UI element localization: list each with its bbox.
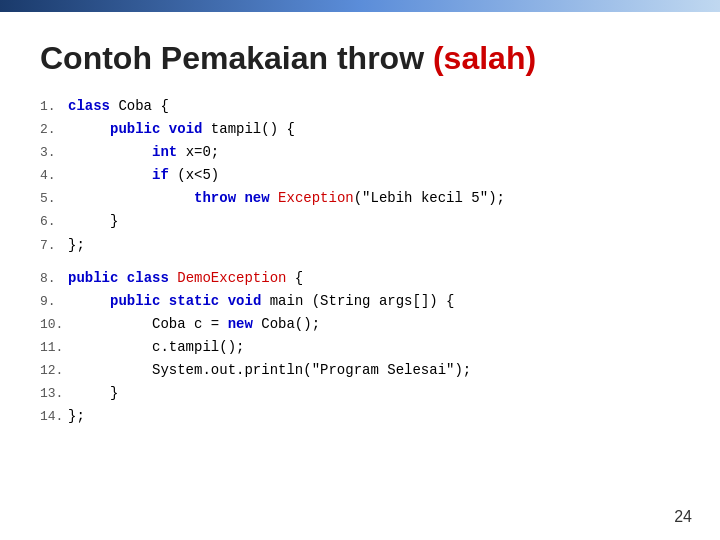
code-text-13: }: [68, 382, 118, 405]
title-main: Contoh Pemakaian throw: [40, 40, 433, 76]
line-num-5: 5.: [40, 188, 68, 209]
line-num-7: 7.: [40, 235, 68, 256]
code-text-4: if (x<5): [68, 164, 219, 187]
code-spacer: [40, 257, 680, 267]
code-line-14: 14. };: [40, 405, 680, 428]
code-text-3: int x=0;: [68, 141, 219, 164]
code-line-10: 10. Coba c = new Coba();: [40, 313, 680, 336]
code-line-1: 1. class Coba {: [40, 95, 680, 118]
code-text-10: Coba c = new Coba();: [68, 313, 320, 336]
line-num-2: 2.: [40, 119, 68, 140]
code-line-12: 12. System.out.println("Program Selesai"…: [40, 359, 680, 382]
line-num-8: 8.: [40, 268, 68, 289]
code-text-8: public class DemoException {: [68, 267, 303, 290]
code-text-2: public void tampil() {: [68, 118, 295, 141]
page-number: 24: [674, 508, 692, 526]
code-text-12: System.out.println("Program Selesai");: [68, 359, 471, 382]
code-text-1: class Coba {: [68, 95, 169, 118]
code-line-5: 5. throw new Exception("Lebih kecil 5");: [40, 187, 680, 210]
header-bar: [0, 0, 720, 12]
code-block: 1. class Coba { 2. public void tampil() …: [40, 95, 680, 428]
slide-title: Contoh Pemakaian throw (salah): [40, 40, 680, 77]
code-line-8: 8. public class DemoException {: [40, 267, 680, 290]
code-line-7: 7. };: [40, 234, 680, 257]
line-num-12: 12.: [40, 360, 68, 381]
line-num-6: 6.: [40, 211, 68, 232]
line-num-11: 11.: [40, 337, 68, 358]
line-num-13: 13.: [40, 383, 68, 404]
code-line-13: 13. }: [40, 382, 680, 405]
code-line-9: 9. public static void main (String args[…: [40, 290, 680, 313]
code-text-7: };: [68, 234, 85, 257]
code-line-4: 4. if (x<5): [40, 164, 680, 187]
line-num-3: 3.: [40, 142, 68, 163]
code-line-3: 3. int x=0;: [40, 141, 680, 164]
code-line-6: 6. }: [40, 210, 680, 233]
code-line-2: 2. public void tampil() {: [40, 118, 680, 141]
line-num-4: 4.: [40, 165, 68, 186]
line-num-1: 1.: [40, 96, 68, 117]
code-text-6: }: [68, 210, 118, 233]
slide: Contoh Pemakaian throw (salah) 1. class …: [0, 0, 720, 540]
code-text-14: };: [68, 405, 85, 428]
line-num-9: 9.: [40, 291, 68, 312]
line-num-14: 14.: [40, 406, 68, 427]
code-text-5: throw new Exception("Lebih kecil 5");: [68, 187, 505, 210]
line-num-10: 10.: [40, 314, 68, 335]
title-highlight: (salah): [433, 40, 536, 76]
code-text-9: public static void main (String args[]) …: [68, 290, 455, 313]
code-line-11: 11. c.tampil();: [40, 336, 680, 359]
code-text-11: c.tampil();: [68, 336, 244, 359]
